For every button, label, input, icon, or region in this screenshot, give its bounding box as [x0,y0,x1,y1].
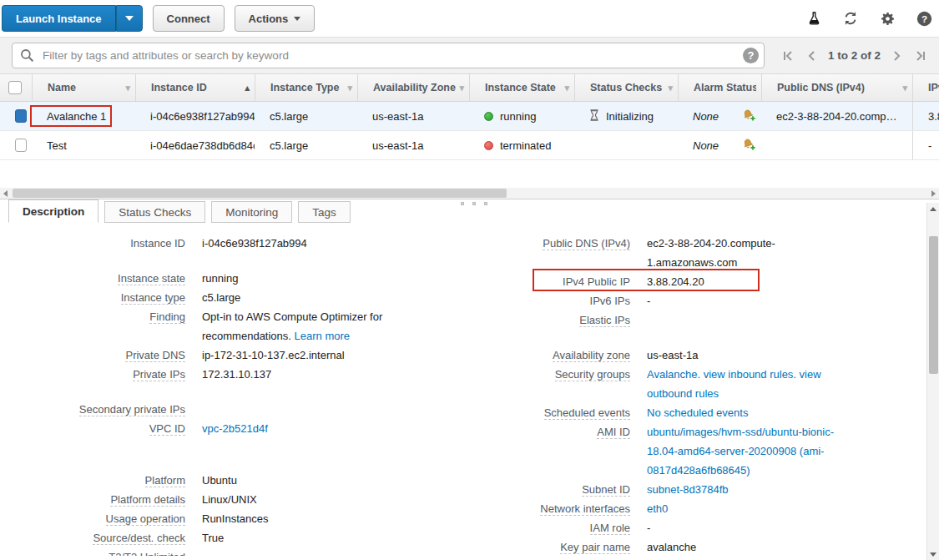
cell-availability-zone: us-east-1a [357,102,469,130]
scroll-down-arrow[interactable] [927,548,939,560]
learn-more-link[interactable]: Learn more [295,330,350,342]
field-ipv6-ips: IPv6 IPs - [469,291,926,310]
cell-instance-type: c5.large [255,131,357,159]
cell-instance-type: c5.large [255,102,357,130]
chevron-down-icon [294,17,300,21]
horizontal-scroll-track[interactable] [11,188,928,199]
sort-desc-icon: ▾ [459,83,464,93]
running-state-icon [484,112,493,121]
field-vpc-id: VPC ID vpc-2b521d4f [8,419,469,438]
ami-id-link[interactable]: ubuntu/images/hvm-ssd/ubuntu-bionic-18.0… [647,422,843,480]
next-page-icon[interactable] [892,50,902,62]
sort-asc-icon: ▴ [245,83,250,93]
pagination-label: 1 to 2 of 2 [828,49,881,62]
launch-instance-button[interactable]: Launch Instance [2,5,116,32]
horizontal-scroll-thumb[interactable] [13,189,507,198]
field-ipv4-public-ip: IPv4 Public IP 3.88.204.20 [469,272,926,291]
toolbar: Launch Instance Connect Actions [0,0,939,37]
scroll-right-arrow[interactable] [928,188,939,199]
scroll-up-arrow[interactable] [927,203,939,214]
launch-instance-split-button: Launch Instance [2,5,143,32]
scroll-left-arrow[interactable] [0,188,11,199]
prev-page-icon[interactable] [806,50,816,62]
first-page-icon[interactable] [781,50,795,62]
cell-public-dns: ec2-3-88-204-20.comp… [761,102,912,130]
cell-name: Avalanche 1 [32,102,135,130]
launch-instance-dropdown-button[interactable] [116,5,143,32]
tab-tags[interactable]: Tags [298,201,351,223]
field-instance-id: Instance ID i-04c6e938f127ab994 [8,234,469,253]
create-alarm-bell-icon[interactable] [742,138,756,154]
filter-search-input[interactable] [12,43,765,68]
field-key-pair-name: Key pair name avalanche [469,537,926,556]
vertical-scroll-thumb[interactable] [929,236,938,374]
column-header-instance-type[interactable]: Instance Type ▾ [255,74,357,101]
search-help-icon[interactable]: ? [743,48,759,63]
sort-desc-icon: ▾ [564,83,569,93]
table-empty-space [0,160,939,188]
table-header-row: Name ▾ Instance ID ▴ Instance Type ▾ Ava… [0,74,939,102]
description-right-column: Public DNS (IPv4) ec2-3-88-204-20.comput… [469,234,926,556]
cell-ipv4: - [912,131,939,159]
field-iam-role: IAM role - [469,518,926,537]
tab-description[interactable]: Description [8,199,98,223]
cell-status-checks: Initializing [574,102,678,130]
field-instance-type: Instance type c5.large [8,288,469,307]
sort-desc-icon: ▾ [347,83,352,93]
scheduled-events-link[interactable]: No scheduled events [647,403,748,422]
refresh-icon[interactable] [842,10,859,27]
select-all-checkbox-cell [0,74,32,101]
tab-status-checks[interactable]: Status Checks [104,201,205,223]
column-header-status-checks[interactable]: Status Checks ▾ [574,74,678,101]
cell-name: Test [32,131,135,159]
labs-flask-icon[interactable] [805,10,822,27]
column-header-instance-id[interactable]: Instance ID ▴ [135,74,255,101]
network-interface-link[interactable]: eth0 [647,499,668,518]
cell-instance-id: i-04e6dae738db6d84c [135,131,255,159]
field-elastic-ips: Elastic IPs [469,310,926,330]
field-network-interfaces: Network interfaces eth0 [469,499,926,518]
field-finding: Finding Opt-in to AWS Compute Optimizer … [8,307,469,346]
actions-button-label: Actions [249,13,289,25]
connect-button[interactable]: Connect [153,5,225,32]
subnet-id-link[interactable]: subnet-8d3784fb [647,480,729,499]
search-icon [20,48,34,65]
sort-desc-icon: ▾ [125,83,130,93]
panel-resize-handle[interactable] [461,202,487,205]
filter-bar: ? 1 to 2 of 2 [0,37,939,74]
column-header-availability-zone[interactable]: Availability Zone ▾ [357,74,469,101]
create-alarm-bell-icon[interactable] [742,108,756,124]
column-header-public-dns[interactable]: Public DNS (IPv4) ▾ [761,74,912,101]
vpc-id-link[interactable]: vpc-2b521d4f [202,419,268,438]
column-header-name[interactable]: Name ▾ [32,74,135,101]
chevron-down-icon [125,16,134,21]
field-ami-id: AMI ID ubuntu/images/hvm-ssd/ubuntu-bion… [469,422,926,480]
tab-monitoring[interactable]: Monitoring [211,201,292,223]
column-header-instance-state[interactable]: Instance State ▾ [469,74,574,101]
field-usage-operation: Usage operation RunInstances [8,509,469,528]
cell-instance-state: running [469,102,574,130]
actions-button[interactable]: Actions [235,5,316,32]
field-subnet-id: Subnet ID subnet-8d3784fb [469,480,926,499]
field-source-dest-check: Source/dest. check True [8,528,469,547]
search-box: ? [12,43,765,68]
sort-desc-icon: ▾ [668,83,673,93]
security-groups-links[interactable]: Avalanche. view inbound rules. view outb… [647,365,843,403]
field-platform: Platform Ubuntu [8,471,469,490]
select-all-checkbox[interactable] [8,81,22,94]
table-row[interactable]: Avalanche 1 i-04c6e938f127ab994 c5.large… [0,102,939,131]
hourglass-icon [589,109,599,124]
cell-ipv4: 3.88.204.20 [912,102,939,130]
vertical-scrollbar [926,203,939,560]
field-availability-zone: Availability zone us-east-1a [469,346,926,365]
row-checkbox[interactable] [15,139,27,152]
terminated-state-icon [484,141,493,150]
settings-gear-icon[interactable] [879,10,896,27]
help-icon[interactable]: ? [916,10,932,27]
column-header-ipv4[interactable]: IPv [912,74,939,101]
row-checkbox[interactable] [15,109,27,123]
description-panel: Instance ID i-04c6e938f127ab994 Instance… [0,223,939,556]
last-page-icon[interactable] [914,50,927,62]
table-row[interactable]: Test i-04e6dae738db6d84c c5.large us-eas… [0,131,939,160]
column-header-alarm-status[interactable]: Alarm Status [678,74,761,101]
